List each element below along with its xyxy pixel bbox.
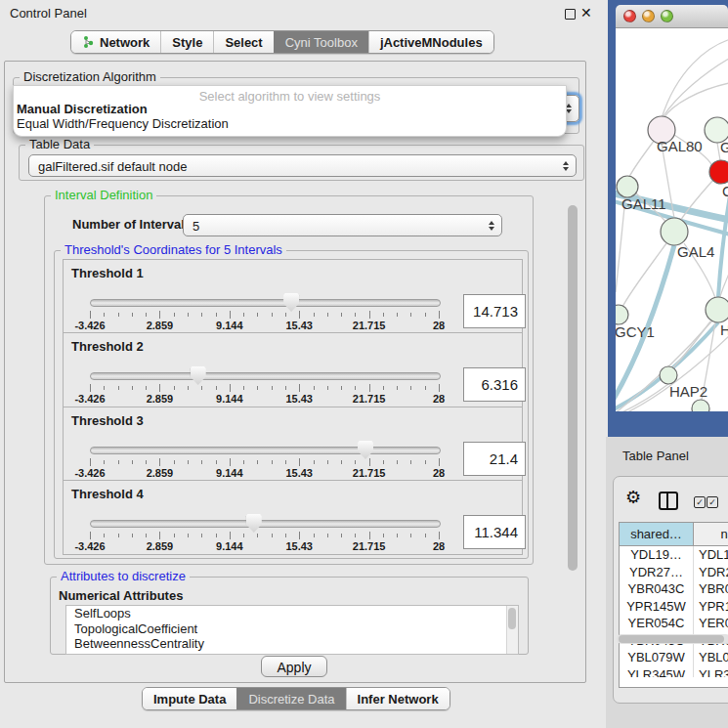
table-row[interactable]: YDL19…YDL1 bbox=[620, 546, 728, 564]
node-label: GCY1 bbox=[616, 323, 655, 340]
slider-tick bbox=[159, 532, 160, 539]
column-header-name[interactable]: na bbox=[694, 523, 728, 545]
network-node-c[interactable] bbox=[709, 160, 728, 184]
tab-cyni-toolbox[interactable]: Cyni Toolbox bbox=[274, 31, 368, 53]
tab-infer-network[interactable]: Infer Network bbox=[346, 688, 450, 709]
slider-tick bbox=[146, 313, 147, 317]
slider-tick bbox=[132, 386, 133, 390]
mac-close-button[interactable] bbox=[623, 10, 636, 22]
mac-minimize-button[interactable] bbox=[642, 10, 655, 22]
scrollbar-thumb[interactable] bbox=[568, 205, 578, 571]
dropdown-option[interactable]: Equal Width/Frequency Discretization bbox=[17, 116, 229, 131]
slider-track[interactable] bbox=[90, 372, 441, 380]
slider-tick bbox=[314, 460, 315, 464]
table-horizontal-scrollbar[interactable] bbox=[617, 634, 728, 644]
mac-zoom-button[interactable] bbox=[661, 10, 673, 22]
network-edge[interactable] bbox=[629, 140, 655, 177]
threshold-value-field[interactable]: 21.4 bbox=[463, 442, 526, 476]
cell-shared-name: YPR145W bbox=[620, 598, 694, 616]
table-row[interactable]: YPR145WYPR1 bbox=[620, 598, 728, 616]
slider-tick bbox=[132, 460, 133, 464]
list-scrollbar[interactable] bbox=[506, 606, 518, 654]
network-edge[interactable] bbox=[664, 82, 728, 118]
scrollbar-thumb[interactable] bbox=[508, 608, 516, 629]
slider-tick bbox=[299, 532, 300, 539]
number-of-intervals-combobox[interactable]: 5 bbox=[183, 214, 502, 236]
slider-tick bbox=[397, 460, 398, 464]
slider-tick-label: 21.715 bbox=[353, 320, 386, 331]
numerical-attributes-list[interactable]: SelfLoopsTopologicalCoefficientBetweenne… bbox=[65, 605, 519, 655]
column-header-shared-name[interactable]: shared… bbox=[620, 523, 694, 545]
table-data-combobox[interactable]: galFiltered.sif default node bbox=[28, 154, 577, 177]
checkbox-icon[interactable]: ✓ bbox=[694, 496, 706, 508]
slider-track[interactable] bbox=[90, 520, 441, 528]
slider-track[interactable] bbox=[90, 299, 441, 307]
slider-tick-label: 28 bbox=[433, 393, 445, 405]
close-icon[interactable]: ✕ bbox=[580, 5, 592, 21]
slider-tick bbox=[341, 534, 342, 537]
network-node-gal11[interactable] bbox=[617, 176, 638, 197]
attribute-list-item[interactable]: SelfLoops bbox=[66, 606, 518, 621]
slider-tick bbox=[299, 458, 300, 466]
slider-thumb[interactable] bbox=[283, 293, 299, 312]
table-row[interactable]: YER054CYER0 bbox=[620, 615, 728, 632]
network-edge[interactable] bbox=[672, 321, 710, 368]
table-row[interactable]: YDR27…YDR2 bbox=[620, 564, 728, 581]
combo-arrows-icon bbox=[563, 161, 569, 171]
slider-tick bbox=[425, 460, 426, 464]
network-node-hap2[interactable] bbox=[660, 366, 677, 384]
tab-network[interactable]: Network bbox=[71, 31, 160, 53]
slider-tick-label: 15.43 bbox=[285, 467, 313, 479]
table-row[interactable]: YBR043CYBR0 bbox=[620, 580, 728, 598]
slider-tick bbox=[132, 534, 133, 537]
dropdown-option[interactable]: Manual Discretization bbox=[17, 102, 148, 116]
network-edge[interactable] bbox=[616, 384, 668, 411]
network-window-titlebar[interactable] bbox=[616, 5, 728, 28]
slider-tick bbox=[397, 386, 398, 390]
network-node-h[interactable] bbox=[706, 297, 728, 322]
apply-button[interactable]: Apply bbox=[261, 656, 327, 677]
network-canvas[interactable]: GAL80GACGAL11GAL4GCY1HHAP2 bbox=[616, 28, 728, 411]
slider-tick bbox=[341, 460, 342, 464]
table-data-group: Table Data galFiltered.sif default node bbox=[19, 145, 584, 181]
attribute-items: SelfLoopsTopologicalCoefficientBetweenne… bbox=[66, 606, 518, 652]
tab-select[interactable]: Select bbox=[213, 31, 273, 53]
slider-tick bbox=[439, 384, 440, 392]
threshold-value-field[interactable]: 11.344 bbox=[463, 515, 526, 549]
tab-style[interactable]: Style bbox=[160, 31, 213, 53]
slider-tick bbox=[146, 386, 147, 390]
network-node-gal4[interactable] bbox=[661, 218, 688, 245]
network-node-gcy1[interactable] bbox=[616, 305, 628, 324]
threshold-value-field[interactable]: 6.316 bbox=[463, 367, 526, 402]
top-tab-bar: NetworkStyleSelectCyni ToolboxjActiveMNo… bbox=[70, 30, 494, 54]
cell-shared-name: YER054C bbox=[620, 615, 694, 632]
slider-thumb[interactable] bbox=[191, 366, 206, 385]
table-row[interactable]: YBL079WYBL0 bbox=[620, 649, 728, 666]
network-graph[interactable]: GAL80GACGAL11GAL4GCY1HHAP2 bbox=[616, 28, 728, 411]
table-panel-title: Table Panel bbox=[622, 449, 689, 463]
slider-track[interactable] bbox=[90, 447, 441, 454]
slider-tick bbox=[243, 460, 244, 464]
slider-tick bbox=[118, 534, 119, 537]
attribute-list-item[interactable]: BetweennessCentrality bbox=[66, 636, 518, 652]
scrollbar-thumb[interactable] bbox=[619, 635, 724, 643]
slider-tick bbox=[383, 386, 384, 390]
table-body: YDL19…YDL1YDR27…YDR2YBR043CYBR0YPR145WYP… bbox=[620, 546, 728, 677]
tab-discretize-data[interactable]: Discretize Data bbox=[236, 688, 345, 709]
slider-thumb[interactable] bbox=[358, 441, 373, 459]
slider-tick bbox=[327, 313, 328, 317]
table-row[interactable]: YLR345WYLR3 bbox=[620, 666, 728, 678]
slider-thumb[interactable] bbox=[246, 514, 262, 533]
threshold-value-field[interactable]: 14.713 bbox=[463, 294, 526, 328]
slider-tick bbox=[369, 532, 370, 539]
float-window-icon[interactable] bbox=[565, 9, 576, 20]
tab-jactivemnodules[interactable]: jActiveMNodules bbox=[368, 31, 493, 53]
cell-name: YBL0 bbox=[694, 649, 728, 666]
split-columns-icon[interactable] bbox=[659, 492, 678, 510]
checkbox-icon[interactable]: ✓ bbox=[707, 496, 718, 508]
network-node[interactable] bbox=[692, 400, 709, 411]
tab-impute-data[interactable]: Impute Data bbox=[143, 688, 236, 709]
attribute-list-item[interactable]: TopologicalCoefficient bbox=[66, 621, 518, 637]
settings-gear-icon[interactable]: ⚙ bbox=[625, 489, 641, 506]
panel-vertical-scrollbar[interactable] bbox=[568, 201, 578, 575]
